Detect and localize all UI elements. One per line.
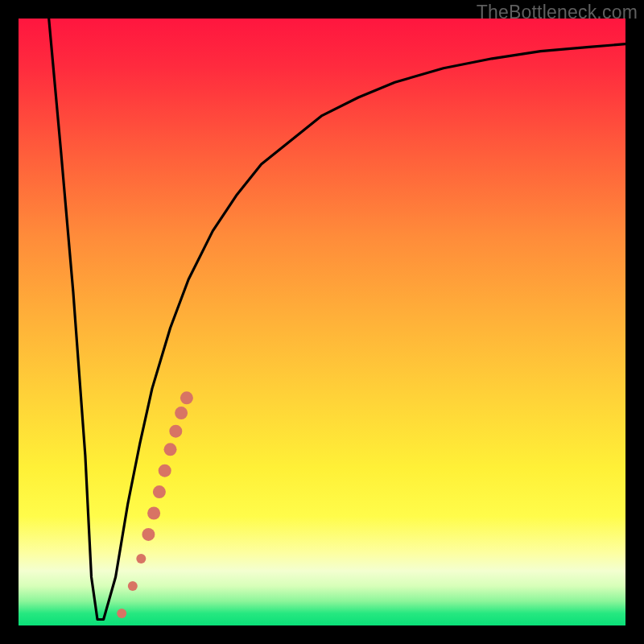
curve-marker: [136, 554, 146, 564]
curve-marker: [169, 425, 182, 438]
plot-area: [19, 19, 625, 625]
curve-marker: [180, 391, 193, 404]
curve-marker: [147, 507, 160, 520]
curve-marker: [117, 609, 126, 618]
curve-marker: [128, 581, 138, 591]
curve-marker: [164, 443, 177, 456]
curve-marker: [159, 464, 171, 477]
watermark-text: TheBottleneck.com: [477, 2, 638, 23]
bottleneck-curve: [49, 19, 625, 620]
curve-marker: [153, 485, 166, 498]
chart-frame: TheBottleneck.com: [0, 0, 644, 644]
curve-marker: [175, 407, 188, 419]
curve-marker: [142, 528, 155, 541]
curve-layer: [19, 19, 625, 625]
